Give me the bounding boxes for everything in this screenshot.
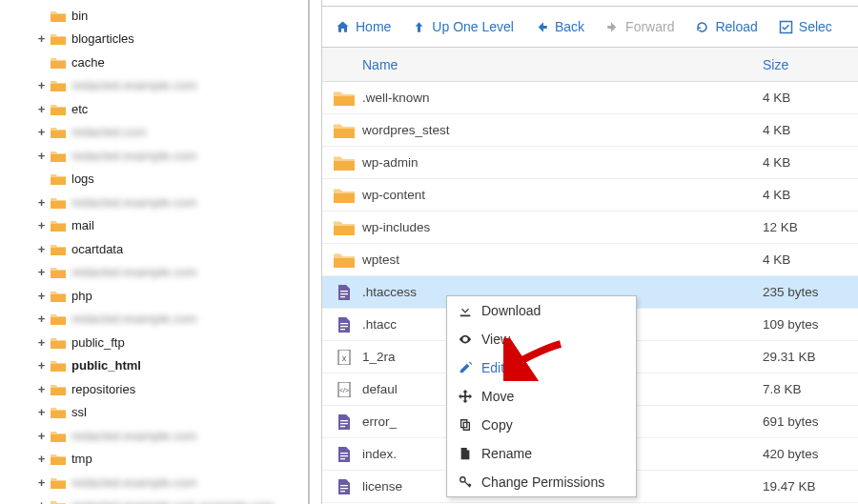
pane-splitter[interactable] [309,0,322,504]
tree-item-label: bin [72,9,88,23]
expand-icon[interactable]: + [36,149,47,163]
file-size: 109 bytes [763,317,858,332]
expand-icon[interactable]: + [36,312,47,326]
tree-item-label: tmp [72,452,92,466]
tree-item[interactable]: +redacted.example.com [0,424,308,448]
tree-item[interactable]: +redacted.example.com [0,144,308,168]
ctx-move[interactable]: Move [447,382,636,411]
tree-item[interactable]: +bin [0,4,308,28]
file-size: 29.31 KB [763,350,858,364]
expand-icon[interactable]: + [36,335,47,350]
expand-icon[interactable]: + [36,475,47,490]
expand-icon[interactable]: + [36,31,47,46]
ctx-view-label: View [481,332,510,347]
folder-icon [51,10,66,22]
tree-item[interactable]: +public_ftp [0,331,308,354]
folder-icon [51,126,66,138]
ctx-permissions[interactable]: Change Permissions [447,468,636,496]
column-size[interactable]: Size [763,57,858,72]
tree-item[interactable]: +redacted.example.com [0,471,308,494]
folder-icon [51,430,66,442]
file-row[interactable]: wordpres_stest4 KB [322,114,858,147]
file-size: 7.8 KB [763,382,858,396]
expand-icon[interactable]: + [36,452,47,466]
expand-icon[interactable]: + [36,102,47,116]
expand-icon[interactable]: + [36,265,47,279]
expand-icon[interactable]: + [36,242,47,256]
expand-icon[interactable]: + [36,78,47,92]
back-button[interactable]: Back [535,19,584,34]
expand-icon[interactable]: + [36,429,47,443]
home-icon [336,20,350,34]
folder-icon [51,32,66,45]
ctx-edit[interactable]: Edit [447,353,636,382]
expand-icon[interactable]: + [36,289,47,303]
tree-item[interactable]: +logs [0,168,308,192]
file-icon [459,447,472,460]
ctx-rename-label: Rename [481,446,532,461]
expand-icon[interactable]: + [36,218,47,232]
tree-item[interactable]: +mail [0,214,308,238]
expand-icon[interactable]: + [36,125,47,139]
column-name[interactable]: Name [322,57,763,72]
file-table-header: Name Size [322,48,858,82]
expand-icon[interactable]: + [36,358,47,373]
select-all-button[interactable]: Selec [779,19,832,34]
home-button[interactable]: Home [336,19,391,34]
folder-icon [51,56,66,69]
expand-icon[interactable]: + [36,382,47,396]
tree-item[interactable]: +redacted.example.com [0,191,308,214]
eye-icon [459,333,472,346]
forward-button[interactable]: Forward [605,19,674,34]
tree-item[interactable]: +redacted.example.com.example.com [0,494,308,505]
ctx-download-label: Download [481,303,541,318]
tree-item[interactable]: +redacted.example.com [0,74,308,98]
tree-item[interactable]: +php [0,284,308,308]
tree-item[interactable]: +repositories [0,377,308,401]
tree-item[interactable]: +public_html [0,354,308,378]
folder-icon [51,499,66,504]
download-icon [459,304,472,317]
file-name: wordpres_stest [355,123,763,137]
reload-button[interactable]: Reload [695,19,757,34]
folder-icon [51,150,66,162]
file-size: 691 bytes [763,414,858,429]
file-name: .well-known [355,91,763,105]
file-name: wptest [355,252,763,267]
tree-item[interactable]: +etc [0,97,308,121]
folder-icon [51,219,66,232]
tree-item[interactable]: +redacted.example.com [0,261,308,285]
expand-icon[interactable]: + [36,498,47,504]
toolbar: Home Up One Level Back Forward Reload Se… [322,6,858,48]
up-one-level-button[interactable]: Up One Level [412,19,514,34]
tree-item[interactable]: +ssl [0,401,308,425]
file-size: 12 KB [763,220,858,234]
tree-item[interactable]: +tmp [0,448,308,472]
ctx-view[interactable]: View [447,325,636,353]
reload-icon [695,20,709,34]
folder-icon [51,312,66,325]
file-icon [334,285,355,300]
file-size: 235 bytes [763,285,858,299]
expand-icon[interactable]: + [36,195,47,210]
tree-item[interactable]: +blogarticles [0,28,308,51]
tree-item[interactable]: +ocartdata [0,237,308,261]
tree-item[interactable]: +cache [0,50,308,74]
file-row[interactable]: wptest4 KB [322,244,858,276]
file-row[interactable]: wp-includes12 KB [322,212,858,244]
tree-item-label: redacted.example.com [72,475,197,490]
expand-icon[interactable]: + [36,405,47,419]
tree-item[interactable]: +redacted.com [0,121,308,145]
forward-label: Forward [625,19,674,34]
folder-icon [334,252,355,269]
file-row[interactable]: wp-admin4 KB [322,147,858,179]
back-label: Back [555,19,584,34]
ctx-download[interactable]: Download [447,296,636,325]
tree-item-label: redacted.example.com [72,429,197,443]
file-row[interactable]: wp-content4 KB [322,179,858,212]
ctx-copy[interactable]: Copy [447,411,636,439]
file-row[interactable]: .well-known4 KB [322,82,858,114]
move-icon [459,390,472,403]
tree-item[interactable]: +redacted.example.com [0,308,308,332]
ctx-rename[interactable]: Rename [447,439,636,468]
